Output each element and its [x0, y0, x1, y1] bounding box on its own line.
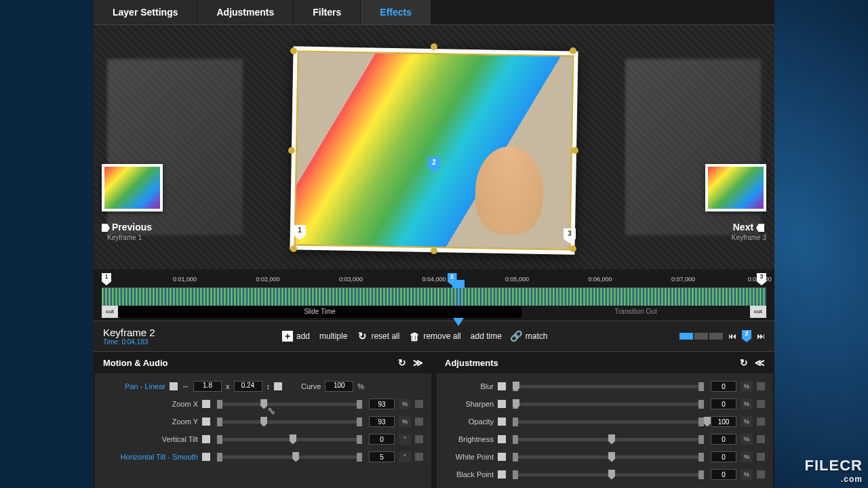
post-checkbox[interactable]: [757, 435, 765, 443]
slider-thumb[interactable]: [608, 470, 615, 480]
reset-icon[interactable]: ↻: [398, 357, 406, 368]
slider-track[interactable]: [513, 403, 704, 406]
row-checkbox[interactable]: [202, 418, 210, 426]
row-checkbox[interactable]: [202, 435, 210, 443]
slider-thumb[interactable]: [608, 434, 615, 445]
slider-track[interactable]: [513, 438, 704, 441]
value-input[interactable]: 100: [711, 416, 736, 427]
handle-tr[interactable]: [570, 47, 576, 54]
slider-track[interactable]: [217, 438, 362, 441]
canvas[interactable]: 1 2 3: [288, 45, 580, 256]
pan-y-input[interactable]: 0.24: [234, 381, 262, 392]
row-checkbox[interactable]: [498, 382, 506, 390]
post-checkbox[interactable]: [757, 453, 765, 461]
slider-track[interactable]: [513, 473, 704, 476]
row-checkbox[interactable]: [498, 453, 506, 461]
view-mode-segment[interactable]: [679, 333, 723, 340]
value-input[interactable]: 0: [711, 381, 736, 392]
slider-label[interactable]: Horizontal Tilt - Smooth: [103, 453, 198, 461]
row-checkbox[interactable]: [202, 400, 210, 408]
value-input[interactable]: 0: [711, 434, 736, 445]
pan-checkbox[interactable]: [170, 382, 178, 390]
reset-icon[interactable]: ↻: [740, 357, 748, 368]
handle-tl[interactable]: [290, 47, 297, 54]
slider-thumb[interactable]: [704, 417, 711, 427]
slider-thumb[interactable]: [260, 399, 267, 409]
next-kf-button[interactable]: ⏭: [757, 331, 765, 341]
handle-br[interactable]: [570, 245, 576, 252]
value-input[interactable]: 0: [711, 399, 736, 409]
slider-track[interactable]: [513, 455, 704, 459]
pan-checkbox-2[interactable]: [274, 382, 282, 390]
seg-2[interactable]: [694, 333, 708, 340]
post-checkbox[interactable]: [757, 400, 765, 408]
slider-track[interactable]: [217, 420, 362, 424]
post-checkbox[interactable]: [757, 418, 765, 426]
row-checkbox[interactable]: [498, 470, 506, 479]
slider-track[interactable]: [513, 420, 704, 424]
next-thumbnail[interactable]: [705, 164, 766, 211]
cut-right-button[interactable]: cut: [750, 306, 766, 318]
timeline-kf-1[interactable]: 1: [102, 273, 111, 285]
slider-thumb[interactable]: [260, 417, 267, 427]
post-checkbox[interactable]: [415, 418, 423, 426]
tab-effects[interactable]: Effects: [361, 0, 431, 24]
slider-thumb[interactable]: [608, 452, 615, 462]
match-button[interactable]: 🔗match: [511, 331, 548, 342]
row-checkbox[interactable]: [498, 435, 506, 443]
slider-thumb[interactable]: [513, 382, 519, 392]
canvas-image[interactable]: [290, 46, 578, 254]
post-checkbox[interactable]: [757, 470, 765, 479]
remove-all-button[interactable]: 🗑remove all: [409, 331, 460, 342]
link-icon: 🔗: [511, 331, 522, 342]
post-checkbox[interactable]: [757, 382, 765, 390]
slider-thumb[interactable]: [513, 399, 519, 409]
handle-left[interactable]: [288, 147, 295, 154]
value-input[interactable]: 0: [711, 451, 736, 462]
time-ruler[interactable]: 0:01,000 0:02,000 0:03,000 0:04,000 0:05…: [102, 276, 766, 288]
add-button[interactable]: +add: [282, 331, 310, 342]
audio-waveform[interactable]: [102, 288, 766, 306]
expand-icon[interactable]: ≫: [413, 357, 423, 368]
row-checkbox[interactable]: [202, 453, 210, 461]
slider-track[interactable]: [217, 455, 362, 459]
handle-bottom[interactable]: [431, 247, 437, 254]
pan-x-input[interactable]: 1.8: [193, 381, 222, 392]
cut-left-button[interactable]: cut: [102, 306, 118, 318]
post-checkbox[interactable]: [415, 435, 423, 443]
timeline-kf-3[interactable]: 3: [757, 273, 766, 285]
tab-layer-settings[interactable]: Layer Settings: [94, 0, 197, 24]
tab-adjustments[interactable]: Adjustments: [197, 0, 294, 24]
row-checkbox[interactable]: [498, 400, 506, 408]
prev-label[interactable]: Previous: [102, 222, 152, 232]
value-input[interactable]: 93: [369, 399, 395, 409]
slider-track[interactable]: [217, 403, 362, 406]
slide-time-segment[interactable]: Slide Time: [118, 306, 521, 318]
pan-label[interactable]: Pan - Linear: [103, 382, 165, 390]
post-checkbox[interactable]: [415, 400, 423, 408]
reset-all-button[interactable]: ↻reset all: [357, 331, 399, 342]
prev-thumbnail[interactable]: [102, 164, 163, 211]
handle-right[interactable]: [572, 147, 578, 154]
seg-3[interactable]: [709, 333, 723, 340]
post-checkbox[interactable]: [415, 453, 423, 461]
slider-thumb[interactable]: [292, 452, 299, 462]
slider-thumb[interactable]: [290, 434, 296, 445]
collapse-icon[interactable]: ≪: [755, 357, 765, 368]
tab-filters[interactable]: Filters: [294, 0, 361, 24]
add-time-button[interactable]: add time: [471, 331, 502, 341]
value-input[interactable]: 5: [369, 451, 395, 462]
value-input[interactable]: 0: [711, 469, 736, 480]
row-checkbox[interactable]: [498, 418, 506, 426]
handle-bl[interactable]: [290, 245, 297, 252]
transition-out-segment[interactable]: Transition Out: [521, 306, 750, 318]
multiple-button[interactable]: multiple: [319, 331, 347, 341]
next-label[interactable]: Next: [712, 222, 766, 232]
value-input[interactable]: 0: [369, 434, 395, 445]
seg-1[interactable]: [679, 333, 693, 340]
value-input[interactable]: 93: [369, 416, 395, 427]
curve-input[interactable]: 100: [325, 381, 353, 392]
prev-kf-button[interactable]: ⏮: [728, 331, 736, 341]
slider-track[interactable]: [513, 385, 704, 388]
handle-top[interactable]: [431, 43, 437, 50]
